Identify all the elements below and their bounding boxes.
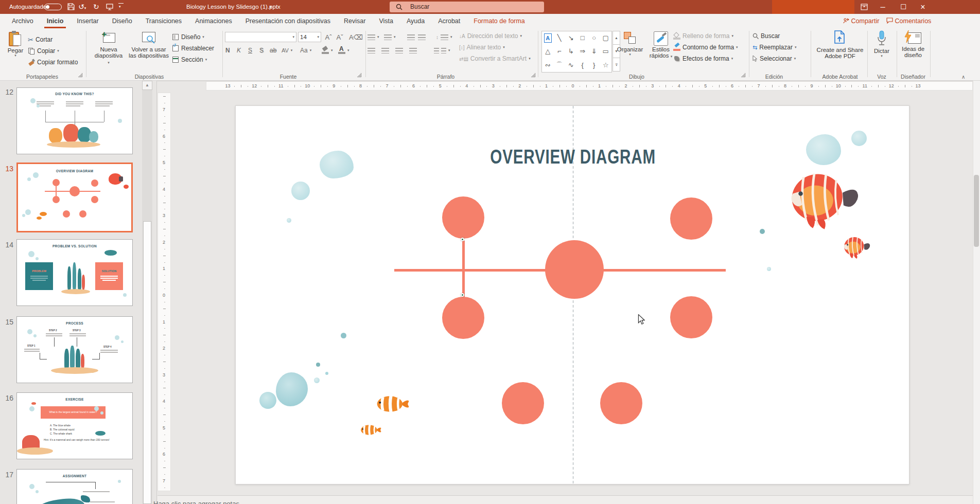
font-dialog-launcher[interactable] (357, 73, 361, 77)
maximize-button[interactable]: ☐ (895, 0, 912, 14)
diagram-circle-center[interactable] (545, 240, 604, 299)
bold-button[interactable]: N (225, 46, 230, 55)
customize-quick-access-icon[interactable] (118, 3, 124, 4)
select-button[interactable]: Seleccionar▾ (752, 54, 796, 63)
title-chevron-icon[interactable]: ▾ (270, 5, 272, 9)
shape-icon[interactable]: △ (542, 45, 554, 58)
shape-icon[interactable]: ⌐ (554, 45, 566, 58)
clear-formatting-button[interactable]: A⌫ (349, 32, 358, 42)
format-painter-button[interactable]: Copiar formato (28, 58, 78, 67)
shape-icon[interactable]: ╲ (554, 31, 566, 45)
comments-button[interactable]: Comentarios (886, 14, 931, 28)
diagram-circle-bottom-left[interactable] (442, 297, 484, 339)
shape-icon[interactable]: ↘ (565, 31, 577, 45)
decrease-indent-button[interactable] (407, 32, 415, 42)
diagram-circle-lower-left[interactable] (502, 382, 544, 424)
line-endpoint-handle-top[interactable] (461, 238, 464, 241)
diagram-vertical-line-selected[interactable] (462, 241, 465, 299)
align-text-button[interactable]: [↕]Alinear texto▾ (459, 43, 505, 52)
line-endpoint-handle-bottom[interactable] (461, 293, 464, 297)
italic-button[interactable]: K (237, 46, 241, 55)
undo-button[interactable]: ↺▾ (78, 3, 86, 12)
justify-button[interactable] (409, 46, 417, 55)
shape-icon[interactable]: ▢ (600, 31, 612, 45)
tab-ayuda[interactable]: Ayuda (400, 14, 431, 28)
section-button[interactable]: Sección▾ (172, 55, 207, 64)
share-button[interactable]: Compartir (843, 14, 879, 28)
dictate-button[interactable]: Dictar ▾ (871, 30, 892, 58)
shape-icon[interactable]: { (577, 59, 589, 72)
reset-slide-button[interactable]: ↺ Restablecer (172, 44, 214, 53)
shape-icon[interactable]: A (544, 33, 552, 43)
design-ideas-button[interactable]: Ideas de diseño (900, 30, 926, 58)
font-color-button[interactable]: A▾ (338, 46, 349, 55)
bullets-button[interactable]: ▾ (367, 32, 379, 42)
thumbnail-slide-12[interactable]: DID YOU KNOW THIS? (16, 87, 133, 154)
present-icon[interactable] (106, 4, 113, 10)
increase-indent-button[interactable] (418, 32, 426, 42)
paste-button[interactable]: Pegar ▾ (3, 31, 28, 58)
thumbnail-scrollbar-thumb[interactable] (143, 221, 151, 504)
shape-icon[interactable]: ○ (588, 31, 600, 45)
search-input[interactable]: Buscar (390, 2, 544, 12)
tab-dise-o[interactable]: Diseño (106, 14, 139, 28)
shapes-more-button[interactable]: ⊽ (612, 58, 620, 71)
columns-button[interactable]: ▾ (434, 46, 450, 55)
shape-icon[interactable]: ▭ (600, 45, 612, 58)
tab-acrobat[interactable]: Acrobat (431, 14, 467, 28)
shape-icon[interactable]: ∾ (542, 59, 554, 72)
slide-title-block[interactable]: OVERVIEW DIAGRAM (236, 146, 910, 168)
tab-vista[interactable]: Vista (372, 14, 400, 28)
shrink-font-button[interactable]: Aˇ (335, 32, 344, 42)
diagram-circle-lower-right[interactable] (600, 382, 642, 424)
paragraph-dialog-launcher[interactable] (531, 73, 535, 77)
redo-button[interactable]: ↻ (93, 3, 99, 11)
shape-icon[interactable]: ⇓ (588, 45, 600, 58)
thumbnail-slide-14[interactable]: PROBLEM VS. SOLUTION PROBLEM SOLUTION (16, 239, 133, 306)
new-slide-button[interactable]: + Nueva diapositiva ▾ (94, 31, 124, 65)
cut-button[interactable]: ✂Cortar (28, 35, 52, 44)
thumbnail-slide-13-selected[interactable]: OVERVIEW DIAGRAM (16, 163, 133, 232)
shape-icon[interactable]: □ (577, 31, 589, 45)
shape-icon[interactable]: } (588, 59, 600, 72)
replace-button[interactable]: ⇆ Reemplazar▾ (752, 43, 796, 52)
shape-icon[interactable]: ⌒ (554, 59, 566, 72)
shape-effects-button[interactable]: Efectos de forma▾ (673, 54, 733, 63)
autosave-toggle[interactable] (44, 4, 62, 10)
shape-icon[interactable]: ↳ (565, 45, 577, 58)
diagram-circle-top-right[interactable] (670, 197, 712, 240)
highlight-color-button[interactable]: ▾ (322, 46, 333, 55)
align-center-button[interactable] (381, 46, 389, 55)
tab-formato-de-forma[interactable]: Formato de forma (467, 14, 531, 28)
underline-button[interactable]: S (248, 46, 252, 55)
tab-archivo[interactable]: Archivo (5, 14, 40, 28)
find-button[interactable]: Buscar (752, 31, 780, 41)
thumbnail-slide-16[interactable]: EXERCISE What is the largest animal foun… (16, 392, 133, 459)
shape-fill-button[interactable]: Relleno de forma▾ (673, 31, 733, 41)
text-direction-button[interactable]: ↓ADirección del texto▾ (459, 31, 522, 41)
ribbon-display-options-icon[interactable] (861, 4, 868, 10)
tab-inicio[interactable]: Inicio (40, 14, 71, 28)
customize-quick-access-chevron[interactable]: ▾ (119, 5, 121, 9)
grow-font-button[interactable]: Aˆ (324, 32, 333, 42)
collapse-ribbon-icon[interactable]: ∧ (961, 74, 965, 80)
canvas-scrollbar-thumb[interactable] (974, 175, 979, 247)
tab-presentaci-n-con-diapositivas[interactable]: Presentación con diapositivas (239, 14, 337, 28)
thumbnail-slide-17[interactable]: ASSIGNMENT (16, 469, 133, 504)
reuse-slides-button[interactable]: Volver a usar las diapositivas (127, 31, 171, 59)
tab-animaciones[interactable]: Animaciones (188, 14, 239, 28)
tab-insertar[interactable]: Insertar (70, 14, 105, 28)
align-left-button[interactable] (367, 46, 375, 55)
thumbnail-slide-15[interactable]: PROCESS STEP 2 STEP 3 STEP 1 STEP 4 (16, 316, 133, 383)
arrange-button[interactable]: Organizar ▾ (617, 31, 643, 57)
strikethrough-button[interactable]: ab (270, 46, 276, 55)
quick-styles-button[interactable]: Estilos rápidos ▾ (647, 31, 674, 59)
clipboard-dialog-launcher[interactable] (78, 73, 82, 77)
convert-smartart-button[interactable]: ⇄▤Convertir a SmartArt▾ (459, 54, 531, 63)
diagram-circle-bottom-right[interactable] (670, 296, 712, 338)
create-pdf-button[interactable]: Create and Share Adobe PDF (816, 30, 864, 59)
shape-outline-button[interactable]: Contorno de forma▾ (673, 43, 738, 52)
tab-revisar[interactable]: Revisar (337, 14, 372, 28)
shape-icon[interactable]: ∿ (565, 59, 577, 72)
thumbnail-scroll-up-button[interactable]: ▲ (142, 81, 152, 90)
